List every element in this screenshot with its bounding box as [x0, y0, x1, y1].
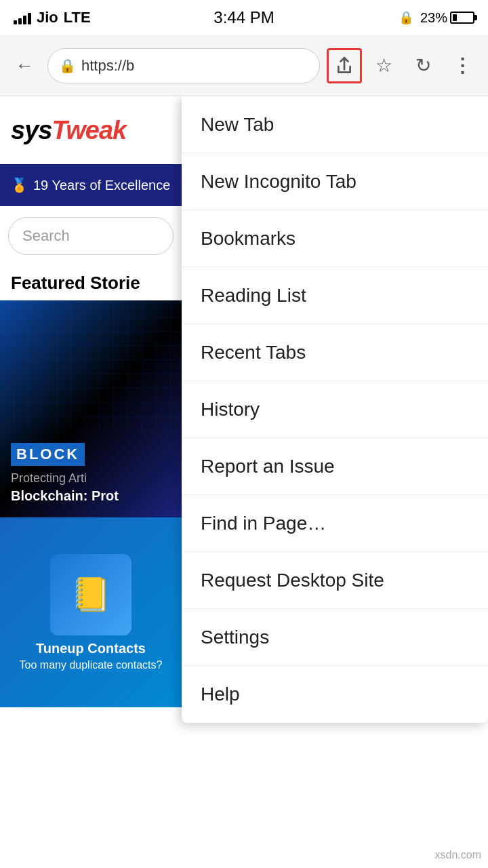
blockchain-title: Blockchain: Prot: [11, 488, 171, 504]
menu-item-recent-tabs[interactable]: Recent Tabs: [182, 324, 488, 381]
menu-item-history[interactable]: History: [182, 381, 488, 438]
share-icon: [336, 56, 353, 75]
menu-item-settings[interactable]: Settings: [182, 609, 488, 666]
featured-stories-title: Featured Storie: [0, 266, 182, 300]
search-placeholder-text: Search: [22, 227, 70, 245]
menu-item-bookmarks[interactable]: Bookmarks: [182, 210, 488, 267]
logo-tweak: Tweak: [52, 116, 126, 144]
excellence-text: 19 Years of Excellence: [33, 178, 170, 193]
share-button[interactable]: [327, 48, 362, 83]
menu-item-request-desktop[interactable]: Request Desktop Site: [182, 552, 488, 609]
excellence-banner: 🏅 19 Years of Excellence: [0, 164, 182, 206]
reload-button[interactable]: ↻: [405, 48, 441, 83]
site-header: sysTweak: [0, 96, 182, 164]
background-page: sysTweak 🏅 19 Years of Excellence Search…: [0, 96, 182, 868]
more-button[interactable]: ⋮: [445, 48, 480, 83]
second-card: 📒 Tuneup Contacts Too many duplicate con…: [0, 517, 182, 707]
page-search-bar[interactable]: Search: [8, 217, 174, 255]
menu-item-new-incognito-tab[interactable]: New Incognito Tab: [182, 153, 488, 210]
lock-status-icon: 🔒: [399, 10, 413, 25]
url-text: https://b: [81, 57, 134, 75]
battery-percent: 23%: [420, 10, 447, 26]
blockchain-subtitle: Protecting Arti: [11, 471, 171, 486]
status-bar: Jio LTE 3:44 PM 🔒 23%: [0, 0, 488, 35]
tuneup-subtitle: Too many duplicate contacts?: [20, 659, 163, 671]
grid-overlay: [0, 300, 182, 431]
logo-sys: sys: [11, 116, 52, 144]
menu-item-new-tab[interactable]: New Tab: [182, 96, 488, 153]
carrier-label: Jio: [37, 9, 58, 26]
dropdown-menu: New Tab New Incognito Tab Bookmarks Read…: [182, 96, 488, 723]
bookmark-star-icon: ☆: [375, 54, 392, 77]
toolbar-icons: ☆ ↻ ⋮: [327, 48, 480, 83]
more-icon: ⋮: [453, 54, 472, 77]
address-bar[interactable]: 🔒 https://b: [47, 48, 320, 83]
blockchain-card: BLOCK Protecting Arti Blockchain: Prot: [0, 300, 182, 517]
reload-icon: ↻: [415, 54, 431, 77]
contacts-emoji: 📒: [70, 576, 111, 614]
menu-item-help[interactable]: Help: [182, 666, 488, 723]
blockchain-label: BLOCK: [11, 443, 85, 466]
back-icon: ←: [15, 55, 34, 77]
menu-item-reading-list[interactable]: Reading List: [182, 267, 488, 324]
status-left: Jio LTE: [14, 9, 91, 26]
contacts-icon: 📒: [50, 554, 131, 635]
battery-indicator: 23%: [420, 10, 474, 26]
battery-icon: [450, 12, 474, 24]
page-content: sysTweak 🏅 19 Years of Excellence Search…: [0, 96, 488, 868]
status-right: 🔒 23%: [399, 10, 474, 26]
security-lock-icon: 🔒: [59, 58, 76, 74]
bookmark-button[interactable]: ☆: [366, 48, 401, 83]
medal-icon: 🏅: [11, 177, 28, 193]
signal-icon: [14, 11, 31, 24]
menu-item-report-issue[interactable]: Report an Issue: [182, 438, 488, 495]
tuneup-title: Tuneup Contacts: [36, 641, 146, 656]
clock: 3:44 PM: [214, 8, 274, 27]
menu-item-find-in-page[interactable]: Find in Page…: [182, 495, 488, 552]
network-type: LTE: [64, 9, 91, 26]
browser-toolbar: ← 🔒 https://b ☆ ↻ ⋮: [0, 35, 488, 96]
blockchain-bg: BLOCK Protecting Arti Blockchain: Prot: [0, 300, 182, 517]
back-button[interactable]: ←: [8, 50, 41, 82]
site-logo: sysTweak: [11, 116, 126, 145]
watermark: xsdn.com: [435, 849, 481, 861]
